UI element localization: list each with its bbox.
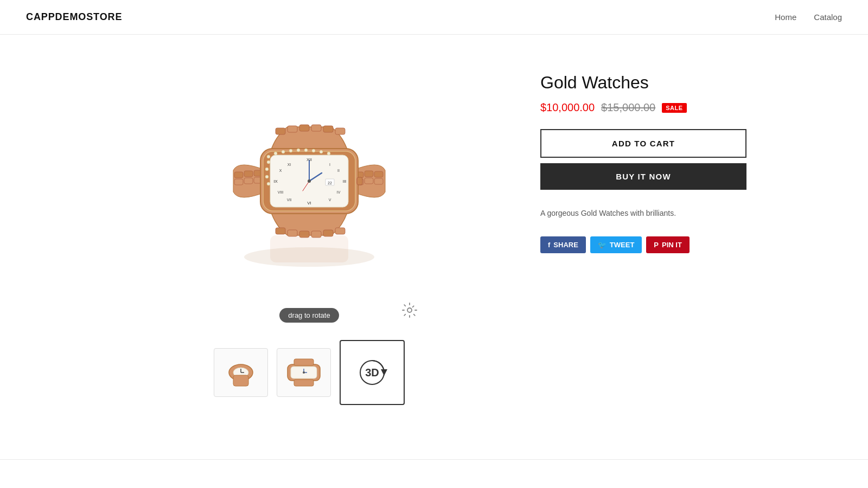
- product-main-image[interactable]: XII III VI IX I II IV V XI X VIII VII 22: [184, 67, 434, 295]
- social-share-row: f SHARE 🐦 TWEET P PIN IT: [540, 236, 746, 253]
- facebook-share-label: SHARE: [553, 241, 578, 249]
- svg-text:III: III: [343, 179, 347, 184]
- facebook-share-button[interactable]: f SHARE: [540, 236, 586, 253]
- svg-point-49: [267, 182, 270, 185]
- price-row: $10,000.00 $15,000.00 SALE: [540, 101, 746, 114]
- svg-rect-22: [374, 171, 383, 177]
- svg-rect-14: [244, 171, 253, 177]
- svg-point-27: [274, 152, 277, 155]
- svg-point-52: [267, 160, 270, 164]
- footer-divider: [0, 459, 868, 460]
- svg-point-31: [304, 149, 308, 152]
- svg-text:IV: IV: [337, 190, 341, 194]
- svg-text:I: I: [329, 163, 330, 166]
- svg-point-85: [303, 371, 305, 374]
- svg-rect-74: [270, 235, 348, 262]
- facebook-icon: f: [548, 241, 550, 249]
- twitter-icon: 🐦: [598, 241, 607, 249]
- nav-home[interactable]: Home: [775, 12, 796, 22]
- svg-text:3D: 3D: [365, 367, 379, 378]
- svg-point-51: [265, 168, 269, 171]
- svg-rect-11: [335, 228, 345, 234]
- twitter-share-button[interactable]: 🐦 TWEET: [590, 236, 642, 253]
- svg-rect-20: [365, 171, 373, 177]
- svg-text:VIII: VIII: [278, 190, 284, 194]
- svg-rect-2: [299, 125, 309, 131]
- svg-rect-6: [276, 228, 285, 234]
- svg-point-26: [267, 155, 270, 158]
- svg-text:II: II: [337, 169, 340, 172]
- svg-text:IX: IX: [273, 179, 278, 184]
- svg-rect-23: [374, 178, 383, 184]
- svg-rect-78: [233, 375, 248, 386]
- sale-badge: SALE: [662, 103, 687, 113]
- svg-rect-87: [294, 380, 314, 386]
- thumbnail-3d[interactable]: 3D: [340, 340, 405, 405]
- svg-text:XI: XI: [288, 163, 291, 166]
- drag-hint: drag to rotate: [279, 308, 339, 323]
- product-title: Gold Watches: [540, 73, 746, 93]
- svg-point-28: [282, 150, 285, 153]
- svg-text:VI: VI: [307, 201, 311, 206]
- add-to-cart-button[interactable]: ADD TO CART: [540, 129, 746, 158]
- thumbnail-1[interactable]: [214, 348, 268, 397]
- svg-text:X: X: [279, 169, 282, 172]
- svg-rect-0: [276, 128, 285, 134]
- svg-text:V: V: [329, 198, 331, 202]
- svg-rect-5: [335, 128, 345, 134]
- product-description: A gorgeous Gold Watches with brilliants.: [540, 207, 746, 219]
- buy-now-button[interactable]: BUY IT NOW: [540, 163, 746, 190]
- header: CAPPDEMOSTORE Home Catalog: [0, 0, 868, 35]
- twitter-share-label: TWEET: [610, 241, 635, 249]
- svg-text:VII: VII: [287, 198, 292, 202]
- sale-price: $10,000.00: [540, 101, 595, 114]
- nav-catalog[interactable]: Catalog: [814, 12, 842, 22]
- svg-rect-1: [288, 126, 297, 132]
- svg-point-29: [289, 149, 292, 152]
- svg-point-30: [297, 149, 300, 152]
- svg-point-32: [312, 149, 315, 152]
- svg-rect-3: [311, 125, 321, 131]
- svg-rect-12: [234, 172, 243, 178]
- svg-point-33: [320, 150, 323, 153]
- svg-rect-21: [365, 178, 373, 184]
- original-price: $15,000.00: [601, 101, 655, 114]
- thumbnail-strip: 3D: [214, 340, 405, 405]
- svg-point-75: [407, 308, 412, 312]
- svg-rect-4: [323, 126, 333, 132]
- pinterest-share-label: PIN IT: [662, 241, 682, 249]
- pinterest-icon: P: [654, 241, 659, 249]
- svg-text:22: 22: [328, 181, 332, 185]
- main-nav: Home Catalog: [775, 12, 842, 22]
- svg-point-50: [265, 175, 269, 178]
- svg-rect-15: [244, 178, 253, 184]
- thumbnail-2[interactable]: [277, 348, 331, 397]
- svg-rect-13: [234, 179, 243, 185]
- watch-image: XII III VI IX I II IV V XI X VIII VII 22: [184, 67, 434, 295]
- main-content: XII III VI IX I II IV V XI X VIII VII 22: [108, 35, 760, 427]
- svg-rect-86: [294, 359, 314, 365]
- 3d-indicator: 3D: [353, 354, 391, 391]
- svg-point-72: [308, 179, 311, 183]
- svg-point-34: [327, 152, 330, 155]
- pinterest-share-button[interactable]: P PIN IT: [646, 236, 690, 253]
- gear-icon[interactable]: [401, 302, 418, 320]
- store-name: CAPPDEMOSTORE: [26, 11, 122, 23]
- product-image-section: XII III VI IX I II IV V XI X VIII VII 22: [122, 67, 497, 405]
- svg-rect-53: [357, 177, 362, 185]
- product-info-section: Gold Watches $10,000.00 $15,000.00 SALE …: [540, 67, 746, 253]
